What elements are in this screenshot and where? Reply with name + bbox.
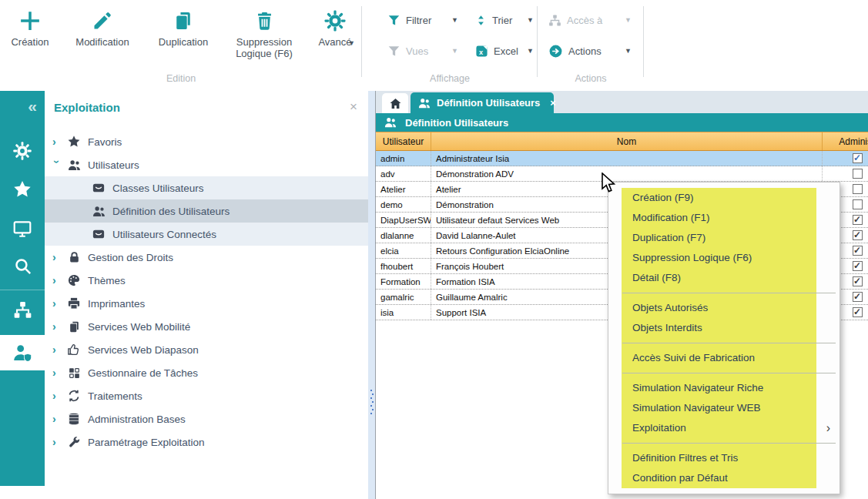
- acces-a-button: Accès à ▼: [548, 11, 632, 29]
- panel-splitter[interactable]: [368, 91, 376, 499]
- tree-item-utilisateurs-connectes[interactable]: Utilisateurs Connectés: [45, 223, 368, 246]
- table-row[interactable]: adv Démonstration ADV: [376, 166, 868, 182]
- admin-checkbox[interactable]: [853, 292, 863, 302]
- tree-item-definition-des-utilisateurs[interactable]: Définition des Utilisateurs: [45, 199, 368, 223]
- filtrer-label: Filtrer: [406, 15, 431, 26]
- column-header-nom[interactable]: Nom: [431, 132, 823, 150]
- palette-icon: [66, 273, 82, 287]
- tree-item-label: Paramétrage Exploitation: [88, 437, 205, 448]
- tree-item-utilisateurs[interactable]: › Utilisateurs: [45, 153, 368, 176]
- tree-item-themes[interactable]: › Thèmes: [45, 269, 368, 292]
- rail-favorites-button[interactable]: [0, 179, 45, 199]
- tree-item-traitements[interactable]: › Traitements: [45, 384, 368, 407]
- admin-checkbox[interactable]: [853, 276, 863, 286]
- tree-item-classes-utilisateurs[interactable]: Classes Utilisateurs: [45, 176, 368, 199]
- context-menu-item-creation[interactable]: Création (F9): [608, 188, 840, 208]
- tree-item-parametrage-exploitation[interactable]: › Paramétrage Exploitation: [45, 430, 368, 454]
- chevron-right-icon[interactable]: ›: [52, 136, 63, 147]
- chevron-right-icon[interactable]: ›: [52, 344, 63, 355]
- tree-item-label: Classes Utilisateurs: [112, 183, 204, 194]
- column-header-administrateur[interactable]: Administrateur: [823, 132, 868, 150]
- context-menu-item-definition-filtres-et-tris[interactable]: Définition Filtres et Tris: [608, 448, 840, 468]
- excel-button[interactable]: x Excel ▼: [475, 42, 534, 60]
- rail-modules-button[interactable]: [0, 141, 45, 161]
- context-menu-item-exploitation[interactable]: Exploitation›: [608, 418, 840, 438]
- duplication-button[interactable]: Duplication: [149, 8, 217, 48]
- tree-item-services-web-diapason[interactable]: › Services Web Diapason: [45, 338, 368, 361]
- context-menu-item-simulation-navigateur-riche[interactable]: Simulation Navigateur Riche: [608, 378, 840, 398]
- trier-caret[interactable]: ▼: [527, 17, 534, 24]
- tree-item-label: Définition des Utilisateurs: [112, 206, 230, 217]
- tree-item-gestionnaire-de-taches[interactable]: › Gestionnaire de Tâches: [45, 361, 368, 384]
- thumb-up-icon: [66, 343, 82, 357]
- tree-close-button[interactable]: ×: [350, 100, 357, 113]
- collapse-sidebar-button[interactable]: «: [0, 97, 45, 116]
- rail-users-security-button-active[interactable]: [0, 335, 45, 370]
- splitter-grip[interactable]: [370, 390, 374, 414]
- chevron-right-icon[interactable]: ›: [52, 414, 63, 424]
- chevron-right-icon[interactable]: ›: [52, 390, 63, 401]
- tree-item-imprimantes[interactable]: › Imprimantes: [45, 292, 368, 315]
- context-menu-item-detail[interactable]: Détail (F8): [608, 268, 840, 288]
- admin-checkbox[interactable]: [853, 230, 863, 240]
- chevron-right-icon[interactable]: ›: [52, 298, 63, 309]
- admin-checkbox[interactable]: [853, 199, 863, 209]
- context-menu-item-simulation-navigateur-web[interactable]: Simulation Navigateur WEB: [608, 398, 840, 418]
- rail-hierarchy-button[interactable]: [0, 300, 45, 320]
- table-row[interactable]: admin Administrateur Isia: [376, 151, 868, 166]
- suppression-logique-button[interactable]: Suppression Logique (F6): [227, 8, 301, 59]
- chevron-down-icon[interactable]: ›: [52, 160, 62, 171]
- vues-button[interactable]: Vues ▼: [387, 42, 458, 60]
- context-menu-item-condition-par-defaut[interactable]: Condition par Défaut: [608, 468, 840, 488]
- admin-checkbox[interactable]: [853, 215, 863, 225]
- ribbon-group-edition: Création Modification Duplication Suppre…: [0, 0, 362, 91]
- tree-item-administration-bases[interactable]: › Administration Bases: [45, 407, 368, 430]
- trier-button[interactable]: Trier ▼: [475, 11, 534, 29]
- users-icon: [66, 158, 82, 172]
- excel-caret[interactable]: ▼: [527, 48, 534, 55]
- context-menu-item-acces-suivi-de-fabrication[interactable]: Accès Suivi de Fabrication: [608, 348, 840, 368]
- admin-checkbox[interactable]: [853, 246, 863, 256]
- cell-nom: Administrateur Isia: [431, 151, 823, 166]
- tree-item-gestion-des-droits[interactable]: › Gestion des Droits: [45, 246, 368, 269]
- tab-definition-utilisateurs[interactable]: Définition Utilisateurs ×: [411, 92, 554, 113]
- filtrer-button[interactable]: Filtrer ▼: [387, 11, 458, 29]
- edition-dropdown-caret[interactable]: ▼: [348, 40, 355, 47]
- context-menu-item-objets-interdits[interactable]: Objets Interdits: [608, 318, 840, 338]
- cell-utilisateur: gamalric: [376, 290, 431, 304]
- context-menu-item-modification[interactable]: Modification (F1): [608, 208, 840, 228]
- users-icon: [91, 204, 106, 218]
- tree-item-favoris[interactable]: › Favoris: [45, 130, 368, 153]
- filtrer-caret[interactable]: ▼: [451, 17, 458, 24]
- monitor-icon: [12, 219, 32, 239]
- tab-home[interactable]: [382, 93, 408, 113]
- admin-checkbox[interactable]: [853, 184, 863, 194]
- rail-desktop-button[interactable]: [0, 219, 45, 239]
- column-header-utilisateur[interactable]: Utilisateur: [376, 132, 431, 150]
- context-menu-item-objets-autorises[interactable]: Objets Autorisés: [608, 298, 840, 318]
- chevron-right-icon[interactable]: ›: [52, 437, 63, 447]
- tree-item-label: Imprimantes: [88, 298, 145, 310]
- tree-item-services-web-mobilite[interactable]: › Services Web Mobilité: [45, 315, 368, 338]
- tab-close-icon[interactable]: ×: [550, 97, 556, 109]
- context-menu-item-duplication[interactable]: Duplication (F7): [608, 228, 840, 248]
- cell-utilisateur: dlalanne: [376, 228, 431, 243]
- context-menu-item-suppression-logique[interactable]: Suppression Logique (F6): [608, 248, 840, 268]
- chevron-right-icon[interactable]: ›: [52, 275, 63, 286]
- sort-icon: [475, 14, 487, 27]
- admin-checkbox[interactable]: [853, 153, 863, 163]
- actions-caret[interactable]: ▼: [625, 48, 632, 55]
- actions-button[interactable]: Actions ▼: [548, 42, 632, 60]
- admin-checkbox[interactable]: [853, 307, 863, 317]
- star-icon: [12, 179, 32, 199]
- tree-panel-title: Exploitation: [54, 101, 120, 114]
- chevron-right-icon[interactable]: ›: [52, 252, 63, 263]
- creation-button[interactable]: Création: [5, 8, 55, 48]
- rail-search-button[interactable]: [0, 256, 45, 276]
- modification-button[interactable]: Modification: [65, 8, 139, 48]
- filter-icon: [387, 45, 400, 58]
- chevron-right-icon[interactable]: ›: [52, 367, 63, 378]
- chevron-right-icon[interactable]: ›: [52, 321, 63, 332]
- admin-checkbox[interactable]: [853, 261, 863, 271]
- admin-checkbox[interactable]: [853, 169, 863, 179]
